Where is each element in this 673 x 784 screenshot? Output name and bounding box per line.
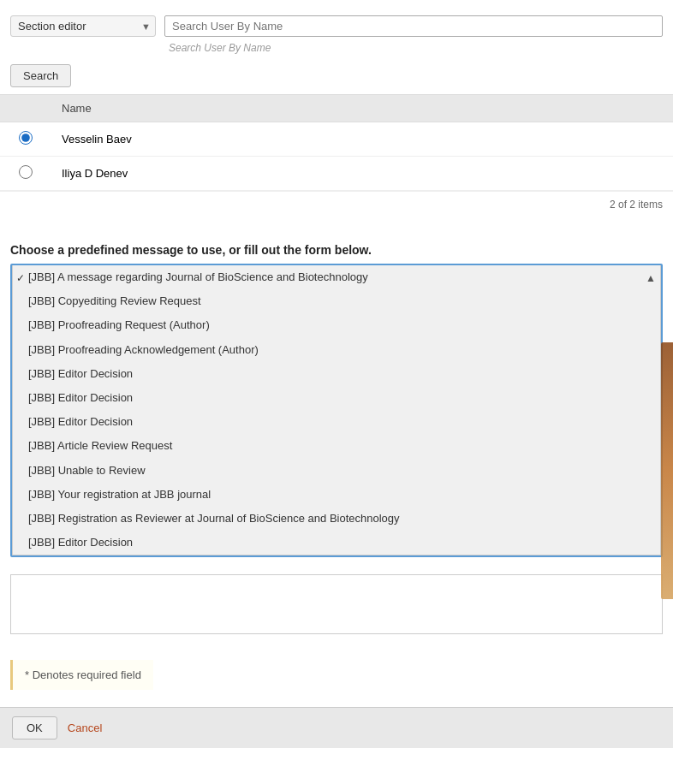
dropdown-list-item[interactable]: [JBB] Article Review Request [13,434,660,458]
role-select[interactable]: Section editor Author Reviewer Editor [10,15,156,37]
dropdown-list: [JBB] A message regarding Journal of Bio… [12,265,661,555]
search-placeholder-label: Search User By Name [10,42,663,54]
main-container: Section editor Author Reviewer Editor ▼ … [0,0,673,748]
pagination-row: 2 of 2 items [0,191,673,217]
dropdown-list-item[interactable]: [JBB] Registration as Reviewer at Journa… [13,507,660,531]
cancel-button[interactable]: Cancel [68,722,102,734]
dropdown-list-item[interactable]: [JBB] Unable to Review [13,459,660,483]
table-cell-radio [0,122,51,157]
dropdown-list-item[interactable]: [JBB] Proofreading Request (Author) [13,313,660,337]
table-cell-name: Iliya D Denev [51,157,673,191]
dropdown-list-item[interactable]: [JBB] Editor Decision [13,362,660,386]
role-select-wrapper: Section editor Author Reviewer Editor ▼ [10,15,156,37]
predefined-section: Choose a predefined message to use, or f… [0,217,673,566]
predefined-dropdown-wrapper: ✓ ▲ [JBB] A message regarding Journal of… [10,264,663,557]
dropdown-list-item[interactable]: [JBB] A message regarding Journal of Bio… [13,265,660,289]
message-form-area [10,574,663,634]
dropdown-list-item[interactable]: [JBB] Proofreading Acknowledgement (Auth… [13,338,660,362]
footer-bar: OK Cancel [0,707,673,748]
search-button-row: Search [0,61,673,94]
results-table: Name Vesselin BaevIliya D Denev [0,94,673,191]
search-button[interactable]: Search [10,64,71,87]
ok-button[interactable]: OK [12,716,57,739]
dropdown-list-item[interactable]: [JBB] Copyediting Review Request [13,289,660,313]
dropdown-list-item[interactable]: [JBB] Your registration at JBB journal [13,483,660,507]
table-row: Vesselin Baev [0,122,673,157]
table-cell-name: Vesselin Baev [51,122,673,157]
table-header-row: Name [0,95,673,122]
table-row: Iliya D Denev [0,157,673,191]
search-section: Section editor Author Reviewer Editor ▼ … [0,9,673,61]
search-row: Section editor Author Reviewer Editor ▼ [10,15,663,37]
dropdown-list-item[interactable]: [JBB] Editor Decision [13,410,660,434]
required-note: * Denotes required field [10,660,153,690]
user-radio-0[interactable] [19,131,33,145]
user-radio-1[interactable] [19,165,33,179]
required-note-section: * Denotes required field [0,643,673,698]
table-header-radio [0,95,51,122]
table-header-name: Name [51,95,673,122]
search-name-input[interactable] [164,15,663,37]
scroll-overlay [661,342,673,599]
table-cell-radio [0,157,51,191]
dropdown-list-item[interactable]: [JBB] Editor Decision [13,386,660,410]
predefined-title: Choose a predefined message to use, or f… [10,243,663,257]
dropdown-list-item[interactable]: [JBB] Editor Decision [13,531,660,555]
